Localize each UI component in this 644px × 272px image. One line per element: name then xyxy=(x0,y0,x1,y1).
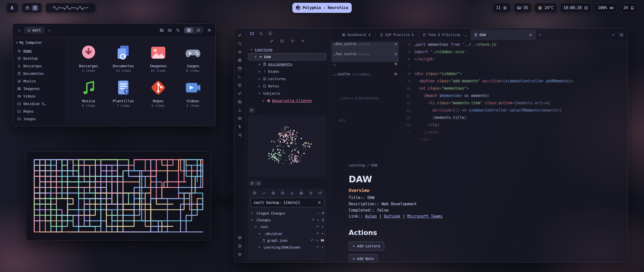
pane-tab-folder-icon[interactable] xyxy=(250,31,254,36)
tab-list-icon[interactable] xyxy=(612,33,615,37)
tab-daw[interactable]: DAW xyxy=(470,29,536,40)
toggle-right-sidebar-icon[interactable] xyxy=(619,33,623,37)
git-clock-icon[interactable] xyxy=(253,191,256,195)
new-folder-icon[interactable] xyxy=(168,28,172,32)
explorer-pencil-icon[interactable] xyxy=(270,39,274,43)
git-row-graph-json[interactable]: graph.json↶+M xyxy=(251,237,324,244)
stage-icon[interactable]: + xyxy=(316,239,318,242)
explorer-sort-icon[interactable] xyxy=(291,39,294,43)
fm-sidebar-item-imagenes[interactable]: Imagenes xyxy=(15,85,63,92)
image-icon[interactable] xyxy=(160,28,164,32)
sidebar-header[interactable]: ▾ My Computer xyxy=(16,41,62,45)
discard-icon[interactable]: ↶ xyxy=(316,245,319,249)
git-row-changes[interactable]: ▾Changes↶+2 xyxy=(251,217,324,223)
explorer-item-learning[interactable]: ▾Learning xyxy=(248,46,327,53)
explorer-item-exams[interactable]: ▸Exams xyxy=(248,68,327,75)
ribbon-help-icon[interactable] xyxy=(236,243,243,250)
ribbon-book-icon[interactable] xyxy=(236,82,243,89)
workspace-notes-icon[interactable] xyxy=(32,5,38,11)
discard-icon[interactable]: ↶ xyxy=(312,218,315,222)
launcher-button[interactable]: Λ xyxy=(6,3,18,13)
git-layers-icon[interactable] xyxy=(299,191,303,195)
grid-view-button[interactable] xyxy=(185,27,193,33)
git-minus-circle-icon[interactable] xyxy=(281,191,285,195)
pane-tab-bookmark-icon[interactable] xyxy=(268,31,272,36)
link-microsoft-teams[interactable]: Microsoft Teams xyxy=(407,214,442,219)
ribbon-download-icon[interactable] xyxy=(236,107,243,114)
ribbon-box-icon[interactable] xyxy=(236,234,243,241)
explorer-item-desarrollo-cliente[interactable]: ▸Desarrollo-Cliente xyxy=(248,97,327,104)
explorer-item-daw[interactable]: ▾DAW xyxy=(248,53,327,60)
explorer-item-lectures[interactable]: ▸Lectures xyxy=(248,75,327,82)
explorer-item-notes[interactable]: ▸Notes xyxy=(248,82,327,90)
folder-plantillas[interactable]: Plantillas7 items xyxy=(106,79,141,108)
clear-commit-icon[interactable]: ⊗ xyxy=(318,200,321,205)
git-row-root[interactable]: ▾root↶+ xyxy=(251,223,324,230)
workspaces-widget[interactable] xyxy=(22,3,42,13)
workspace-swirl-icon[interactable] xyxy=(25,6,29,10)
tab-asp-practice-6[interactable]: ASP Practice 6 xyxy=(376,29,418,40)
keyboard-layout-widget[interactable]: US xyxy=(513,3,532,13)
note-breadcrumb[interactable]: Learning / DAW xyxy=(349,163,555,167)
back-button[interactable]: ‹ xyxy=(17,27,22,33)
ribbon-box-icon[interactable] xyxy=(236,115,243,122)
tab-tema-6-pr-cticas[interactable]: Tema 6 Prácticas -… xyxy=(419,29,470,40)
explorer-collapse-icon[interactable] xyxy=(301,39,305,43)
ribbon-search-icon[interactable] xyxy=(236,40,243,47)
git-plus-circle-icon[interactable] xyxy=(271,191,275,195)
stage-icon[interactable]: + xyxy=(321,225,324,229)
stage-icon[interactable]: + xyxy=(321,245,324,249)
new-tab-button[interactable] xyxy=(536,29,545,40)
fm-sidebar-item-desktop[interactable]: Desktop xyxy=(15,55,63,62)
link-outlook[interactable]: Outlook xyxy=(384,214,400,219)
git-row-obsidian[interactable]: ▾.obsidian↶+ xyxy=(251,230,324,237)
git-row-staged-changes[interactable]: ▾Staged Changes−0 xyxy=(251,210,324,217)
ribbon-calendar-icon[interactable] xyxy=(236,65,243,72)
editor-area[interactable]: …One.sveltesrc/co…U…Two.sveltesrc/co…U…M… xyxy=(329,40,628,262)
fm-sidebar-item-documentos[interactable]: Documentos xyxy=(15,70,63,77)
search-icon[interactable] xyxy=(176,28,180,32)
volume-widget[interactable]: 100% xyxy=(594,3,617,13)
forward-button[interactable]: › xyxy=(47,27,52,33)
fm-sidebar-item-descargas[interactable]: Descargas xyxy=(15,62,63,70)
pane-tab-search-icon[interactable] xyxy=(259,31,263,36)
fm-sidebar-item-videos[interactable]: Videos xyxy=(15,92,63,100)
fm-sidebar-item-home[interactable]: Home xyxy=(15,47,63,55)
tab-dashboard[interactable]: Dashboard xyxy=(338,29,375,40)
ribbon-pencil-icon[interactable] xyxy=(236,32,243,39)
close-tab-icon[interactable] xyxy=(529,33,532,37)
local-graph-panel[interactable] xyxy=(248,115,327,177)
menu-icon[interactable] xyxy=(207,28,211,32)
explorer-item-assignments[interactable]: ▸Assignments xyxy=(248,60,327,68)
folder-musica[interactable]: Musica6 items xyxy=(71,79,106,108)
add-note-button[interactable]: + Add Note xyxy=(349,254,378,262)
discard-icon[interactable]: ↶ xyxy=(316,232,319,235)
media-widget[interactable]: Polyphia - Neurotica xyxy=(292,3,352,13)
ribbon-shuffle-icon[interactable] xyxy=(236,131,243,139)
explorer-folder-plus-icon[interactable] xyxy=(280,39,284,43)
ribbon-camera-icon[interactable] xyxy=(236,98,243,105)
git-branch-icon[interactable] xyxy=(251,182,254,185)
link-aules[interactable]: Aules xyxy=(365,214,377,219)
git-upload-icon[interactable] xyxy=(290,191,294,195)
folder-imagenes[interactable]: Imagenes10 items xyxy=(141,44,176,73)
breadcrumb[interactable]: matt xyxy=(24,27,44,34)
git-pane-tabs[interactable] xyxy=(249,181,262,186)
stage-icon[interactable]: + xyxy=(317,218,320,222)
git-row-learning-daw-exams[interactable]: ▾Learning/DAW/Exams↶+ xyxy=(251,244,324,251)
ribbon-dollar-icon[interactable] xyxy=(236,123,243,130)
ribbon-grid-icon[interactable] xyxy=(236,57,243,64)
git-list-icon[interactable] xyxy=(309,191,313,195)
fm-sidebar-item-musica[interactable]: Musica xyxy=(15,77,63,85)
fm-sidebar-item-obsidian-v[interactable]: Obsidian V… xyxy=(15,100,63,108)
folder-documentos[interactable]: Documentos14 items xyxy=(106,44,141,73)
folder-descargas[interactable]: Descargas2 items xyxy=(71,44,106,73)
ribbon-link-icon[interactable] xyxy=(236,90,243,97)
folder-juegos[interactable]: Juegos8 items xyxy=(176,44,210,73)
updates-widget[interactable]: 11 xyxy=(493,3,511,13)
notifications-widget[interactable]: 24 xyxy=(620,3,638,13)
explorer-item-subjects[interactable]: ▾Subjects xyxy=(248,90,327,97)
ribbon-gear-icon[interactable] xyxy=(236,251,243,258)
git-refresh-icon[interactable] xyxy=(318,191,322,195)
fm-sidebar-item-juegos[interactable]: Juegos xyxy=(15,115,63,123)
